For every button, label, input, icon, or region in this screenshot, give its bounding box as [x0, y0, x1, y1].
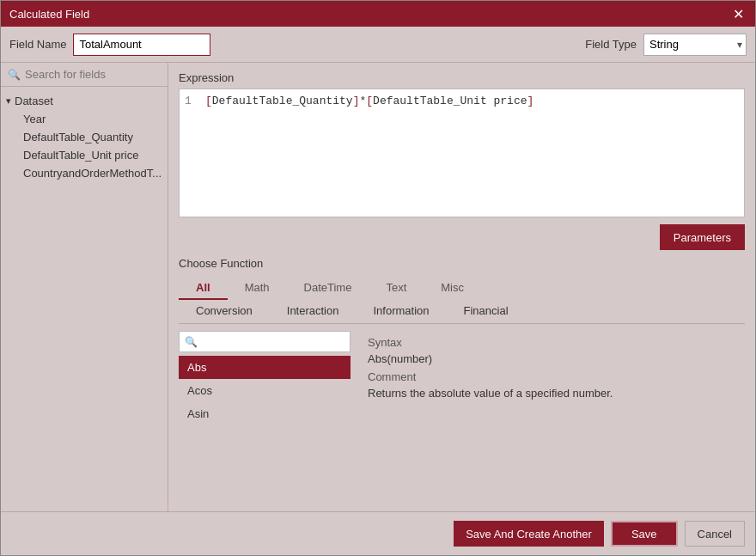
- parameters-row: Parameters: [168, 224, 755, 257]
- expression-label: Expression: [179, 71, 745, 84]
- line-number: 1: [185, 95, 198, 107]
- field-type-select[interactable]: String Number Date Boolean: [643, 34, 747, 56]
- function-signature: Abs(number): [368, 352, 736, 365]
- comment-label: Comment: [368, 370, 736, 383]
- list-item[interactable]: DefaultTable_Quantity: [15, 128, 168, 146]
- expression-section: Expression 1 [DefaultTable_Quantity]*[De…: [168, 63, 755, 224]
- expression-editor[interactable]: 1 [DefaultTable_Quantity]*[DefaultTable_…: [179, 89, 745, 217]
- function-tabs-row1: All Math DateTime Text Misc: [179, 277, 745, 300]
- main-content: 🔍 ▾ Dataset Year DefaultTable_Quantity D…: [1, 63, 755, 511]
- choose-function-label: Choose Function: [179, 257, 745, 270]
- parameters-button[interactable]: Parameters: [660, 224, 745, 250]
- tab-datetime[interactable]: DateTime: [287, 277, 369, 300]
- close-button[interactable]: ✕: [729, 5, 747, 22]
- field-type-select-wrapper: String Number Date Boolean: [643, 34, 747, 56]
- tab-text[interactable]: Text: [369, 277, 424, 300]
- left-panel: 🔍 ▾ Dataset Year DefaultTable_Quantity D…: [1, 63, 168, 511]
- syntax-label: Syntax: [368, 336, 736, 349]
- dialog-title: Calculated Field: [9, 8, 89, 21]
- field-name-row: Field Name Field Type String Number Date…: [1, 27, 755, 63]
- field-name-input[interactable]: [73, 34, 210, 56]
- list-item[interactable]: DefaultTable_Unit price: [15, 146, 168, 164]
- save-create-button[interactable]: Save And Create Another: [454, 521, 604, 547]
- field-type-label: Field Type: [585, 38, 637, 51]
- search-input[interactable]: [25, 68, 169, 81]
- right-panel: Expression 1 [DefaultTable_Quantity]*[De…: [168, 63, 755, 511]
- function-tabs-row2: Conversion Interaction Information Finan…: [179, 300, 745, 324]
- func-search-input[interactable]: [201, 335, 345, 348]
- tab-conversion[interactable]: Conversion: [179, 300, 270, 323]
- bottom-bar: Save And Create Another Save Cancel: [1, 511, 755, 555]
- function-detail-panel: Syntax Abs(number) Comment Returns the a…: [359, 331, 745, 511]
- calculated-field-dialog: Calculated Field ✕ Field Name Field Type…: [0, 0, 756, 556]
- function-description: Returns the absolute value of a specifie…: [368, 387, 736, 400]
- function-content: 🔍 Abs Acos Asin Syntax Abs(number): [179, 331, 745, 511]
- func-search-box: 🔍: [179, 331, 351, 352]
- tab-interaction[interactable]: Interaction: [270, 300, 357, 323]
- list-item[interactable]: Acos: [179, 379, 351, 402]
- expression-line: 1 [DefaultTable_Quantity]*[DefaultTable_…: [185, 95, 739, 107]
- tab-information[interactable]: Information: [356, 300, 446, 323]
- list-item[interactable]: CountryandOrderMethodT...: [15, 164, 168, 182]
- cancel-button[interactable]: Cancel: [685, 521, 745, 547]
- tab-financial[interactable]: Financial: [447, 300, 526, 323]
- choose-function-section: Choose Function All Math DateTime Text M…: [168, 257, 755, 511]
- list-item[interactable]: Asin: [179, 402, 351, 425]
- dataset-group-header[interactable]: ▾ Dataset: [1, 92, 168, 110]
- dataset-label: Dataset: [15, 95, 53, 107]
- title-bar: Calculated Field ✕: [1, 1, 755, 27]
- function-list-panel: 🔍 Abs Acos Asin: [179, 331, 351, 511]
- list-item[interactable]: Abs: [179, 356, 351, 379]
- save-button[interactable]: Save: [611, 521, 678, 547]
- tree-section: ▾ Dataset Year DefaultTable_Quantity Def…: [1, 87, 168, 511]
- tree-children: Year DefaultTable_Quantity DefaultTable_…: [1, 110, 168, 182]
- func-search-icon: 🔍: [185, 336, 198, 348]
- tab-all[interactable]: All: [179, 277, 228, 300]
- chevron-icon: ▾: [6, 95, 11, 107]
- field-type-section: Field Type String Number Date Boolean: [585, 34, 747, 56]
- tab-misc[interactable]: Misc: [424, 277, 481, 300]
- list-item[interactable]: Year: [15, 110, 168, 128]
- expression-code: [DefaultTable_Quantity]*[DefaultTable_Un…: [205, 95, 533, 107]
- tab-math[interactable]: Math: [228, 277, 287, 300]
- func-list: Abs Acos Asin: [179, 356, 351, 511]
- search-box: 🔍: [1, 63, 168, 87]
- field-name-label: Field Name: [9, 38, 66, 51]
- search-icon: 🔍: [8, 69, 21, 81]
